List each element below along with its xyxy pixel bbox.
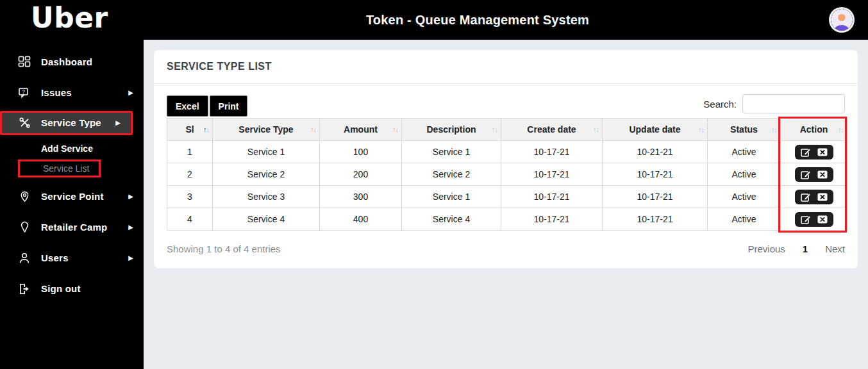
entries-info: Showing 1 to 4 of 4 entries bbox=[167, 243, 281, 254]
sort-icon[interactable]: ↑↓ bbox=[771, 126, 777, 133]
sidebar-item-add-service[interactable]: Add Service bbox=[0, 139, 144, 158]
column-header-update-date[interactable]: Update date ↑↓ bbox=[603, 119, 708, 141]
action-button-group bbox=[795, 212, 833, 227]
sidebar-item-users[interactable]: Users ▶ bbox=[0, 245, 144, 271]
table-row: 2 Service 2 200 Service 2 10-17-21 10-17… bbox=[167, 163, 847, 186]
sort-icon[interactable]: ↑↓ bbox=[310, 126, 316, 133]
sort-icon[interactable]: ↑↓ bbox=[698, 126, 704, 133]
chevron-right-icon: ▶ bbox=[128, 193, 133, 200]
table-row: 4 Service 4 400 Service 4 10-17-21 10-17… bbox=[167, 208, 847, 231]
sidebar-item-retailer-camp[interactable]: Retailer Camp ▶ bbox=[0, 215, 144, 240]
table-toolbar: Excel Print Search: bbox=[167, 94, 845, 117]
service-type-submenu: Add Service Service List bbox=[0, 139, 144, 177]
uber-logo[interactable]: Uber bbox=[0, 0, 144, 35]
table-header-row: Sl ↑↓ Service Type ↑↓ Amount bbox=[167, 119, 847, 141]
cell-status: Active bbox=[708, 141, 781, 163]
excel-button[interactable]: Excel bbox=[167, 95, 208, 117]
action-button-group bbox=[795, 145, 833, 160]
sort-icon[interactable]: ↑↓ bbox=[492, 126, 497, 133]
sort-icon[interactable]: ↑↓ bbox=[203, 126, 209, 133]
table-row: 3 Service 3 300 Service 1 10-17-21 10-17… bbox=[167, 186, 847, 208]
cell-create-date: 10-17-21 bbox=[501, 186, 603, 208]
svg-text:?: ? bbox=[22, 88, 25, 95]
cell-service-type: Service 1 bbox=[213, 141, 320, 163]
main-column: Token - Queue Management System SERVICE … bbox=[144, 0, 868, 369]
pagination-page-1[interactable]: 1 bbox=[803, 243, 808, 254]
card-title: SERVICE TYPE LIST bbox=[154, 50, 858, 84]
sidebar-item-label: Service Point bbox=[41, 191, 104, 202]
delete-icon[interactable] bbox=[817, 193, 828, 201]
column-header-create-date[interactable]: Create date ↑↓ bbox=[501, 119, 603, 141]
column-label: Service Type bbox=[238, 124, 293, 135]
pagination-previous[interactable]: Previous bbox=[747, 243, 785, 254]
cell-create-date: 10-17-21 bbox=[501, 163, 603, 186]
cell-amount: 300 bbox=[320, 186, 402, 208]
sidebar-item-issues[interactable]: ? Issues ▶ bbox=[0, 80, 144, 106]
sign-out-icon bbox=[17, 283, 32, 295]
content-area: SERVICE TYPE LIST Excel Print Search: bbox=[144, 40, 868, 369]
table-footer: Showing 1 to 4 of 4 entries Previous 1 N… bbox=[167, 243, 845, 254]
avatar[interactable] bbox=[831, 9, 853, 31]
chevron-right-icon: ▶ bbox=[128, 89, 133, 96]
pagination-next[interactable]: Next bbox=[825, 243, 845, 254]
sidebar-item-label: Sign out bbox=[41, 283, 81, 294]
sidebar-item-service-list[interactable]: Service List bbox=[18, 160, 101, 177]
cell-service-type: Service 3 bbox=[213, 186, 320, 208]
column-header-sl[interactable]: Sl ↑↓ bbox=[167, 119, 213, 141]
sort-icon[interactable]: ↑↓ bbox=[593, 126, 599, 133]
edit-icon[interactable] bbox=[801, 147, 811, 157]
sort-icon[interactable]: ↑↓ bbox=[838, 126, 844, 133]
cell-status: Active bbox=[708, 163, 781, 186]
app-root: Uber Dashboard bbox=[0, 0, 868, 369]
map-pin-icon bbox=[17, 190, 32, 203]
tools-icon bbox=[17, 116, 32, 129]
search-input[interactable] bbox=[742, 94, 845, 113]
cell-amount: 100 bbox=[320, 141, 402, 163]
column-label: Update date bbox=[629, 124, 680, 135]
chevron-right-icon: ▶ bbox=[128, 224, 133, 231]
delete-icon[interactable] bbox=[817, 215, 828, 224]
cell-action bbox=[781, 163, 847, 186]
sidebar-item-sign-out[interactable]: Sign out bbox=[0, 276, 144, 302]
sidebar-item-label: Dashboard bbox=[41, 56, 92, 67]
card-body: Excel Print Search: bbox=[154, 84, 858, 268]
edit-icon[interactable] bbox=[801, 192, 811, 202]
sidebar-item-dashboard[interactable]: Dashboard bbox=[0, 49, 144, 75]
delete-icon[interactable] bbox=[817, 148, 828, 156]
service-type-list-card: SERVICE TYPE LIST Excel Print Search: bbox=[154, 50, 858, 268]
cell-service-type: Service 4 bbox=[213, 208, 320, 231]
edit-icon[interactable] bbox=[801, 170, 811, 179]
column-label: Amount bbox=[344, 124, 378, 135]
cell-amount: 200 bbox=[320, 163, 402, 186]
sidebar-nav: Dashboard ? Issues ▶ bbox=[0, 49, 144, 307]
cell-description: Service 4 bbox=[402, 208, 501, 231]
cell-action bbox=[781, 208, 847, 231]
cell-action bbox=[781, 141, 847, 163]
location-pin-icon bbox=[17, 221, 32, 234]
cell-create-date: 10-17-21 bbox=[501, 141, 603, 163]
search-box: Search: bbox=[703, 94, 845, 113]
cell-sl: 3 bbox=[167, 186, 213, 208]
delete-icon[interactable] bbox=[817, 170, 828, 179]
chevron-right-icon: ▶ bbox=[128, 254, 133, 261]
action-button-group bbox=[795, 167, 833, 182]
sidebar-item-service-type[interactable]: Service Type ▶ bbox=[0, 111, 133, 135]
cell-create-date: 10-17-21 bbox=[501, 208, 603, 231]
sidebar-item-label: Service List bbox=[43, 163, 89, 174]
column-header-action[interactable]: Action ↑↓ bbox=[781, 119, 847, 141]
export-button-group: Excel Print bbox=[167, 95, 247, 117]
sidebar-item-label: Users bbox=[41, 252, 69, 263]
action-button-group bbox=[795, 190, 833, 204]
sidebar: Uber Dashboard bbox=[0, 0, 144, 369]
column-header-amount[interactable]: Amount ↑↓ bbox=[320, 119, 402, 141]
print-button[interactable]: Print bbox=[210, 95, 248, 117]
user-icon bbox=[17, 252, 32, 265]
column-header-service-type[interactable]: Service Type ↑↓ bbox=[213, 119, 320, 141]
sidebar-item-service-point[interactable]: Service Point ▶ bbox=[0, 184, 144, 209]
column-label: Sl bbox=[185, 124, 194, 135]
sort-icon[interactable]: ↑↓ bbox=[392, 126, 398, 133]
edit-icon[interactable] bbox=[801, 215, 811, 224]
column-header-status[interactable]: Status ↑↓ bbox=[708, 119, 781, 141]
column-header-description[interactable]: Description ↑↓ bbox=[402, 119, 501, 141]
cell-description: Service 2 bbox=[402, 163, 501, 186]
